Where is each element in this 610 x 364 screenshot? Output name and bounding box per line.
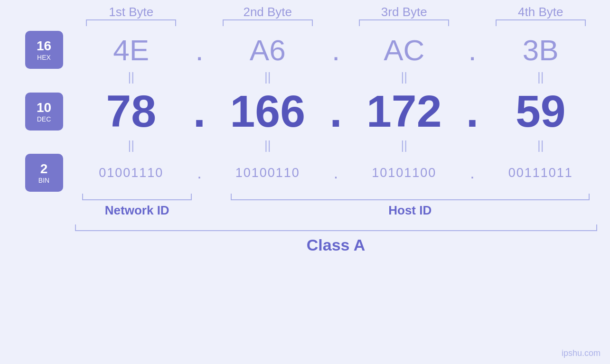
dec-badge: 10 DEC [25, 93, 63, 131]
hex-badge-number: 16 [37, 38, 51, 54]
bin-b2: 10100110 [235, 166, 300, 180]
eq1-b4: || [484, 70, 597, 84]
hex-badge-name: HEX [37, 54, 51, 61]
byte4-header: 4th Byte [518, 5, 563, 19]
bin-dot2: . [334, 164, 338, 182]
hex-b2: A6 [250, 34, 286, 66]
eq2-b4: || [484, 138, 597, 153]
hex-b1: 4E [113, 34, 149, 66]
dec-b4: 59 [516, 86, 566, 136]
eq2-b3: || [348, 138, 461, 153]
bin-b1: 01001110 [99, 166, 163, 180]
byte3-header: 3rd Byte [381, 5, 427, 19]
bin-badge: 2 BIN [25, 154, 63, 192]
hex-dot1: . [195, 34, 203, 66]
dec-dot3: . [466, 86, 479, 136]
byte1-header: 1st Byte [109, 5, 153, 19]
dec-b3: 172 [366, 86, 442, 136]
eq1-b2: || [211, 70, 324, 84]
bin-dot3: . [470, 164, 474, 182]
hex-badge: 16 HEX [25, 31, 63, 69]
host-id-label: Host ID [388, 203, 432, 218]
hex-b3: AC [384, 34, 424, 66]
watermark: ipshu.com [562, 348, 601, 358]
eq2-b1: || [75, 138, 188, 153]
dec-b1: 78 [106, 86, 156, 136]
class-label: Class A [307, 236, 365, 254]
bin-badge-name: BIN [38, 177, 49, 184]
dec-dot2: . [329, 86, 342, 136]
byte2-header: 2nd Byte [243, 5, 292, 19]
hex-dot3: . [468, 34, 476, 66]
hex-dot2: . [332, 34, 340, 66]
hex-b4: 3B [523, 34, 559, 66]
bin-b4: 00111011 [508, 166, 573, 180]
eq1-b1: || [75, 70, 188, 84]
network-id-label: Network ID [105, 203, 169, 218]
dec-badge-number: 10 [37, 100, 51, 115]
bin-b3: 10101100 [372, 166, 436, 180]
dec-badge-name: DEC [37, 115, 51, 123]
eq1-b3: || [348, 70, 461, 84]
bin-dot1: . [197, 164, 201, 182]
eq2-b2: || [211, 138, 324, 153]
dec-b2: 166 [230, 86, 305, 136]
dec-dot1: . [193, 86, 206, 136]
bin-badge-number: 2 [40, 161, 48, 177]
